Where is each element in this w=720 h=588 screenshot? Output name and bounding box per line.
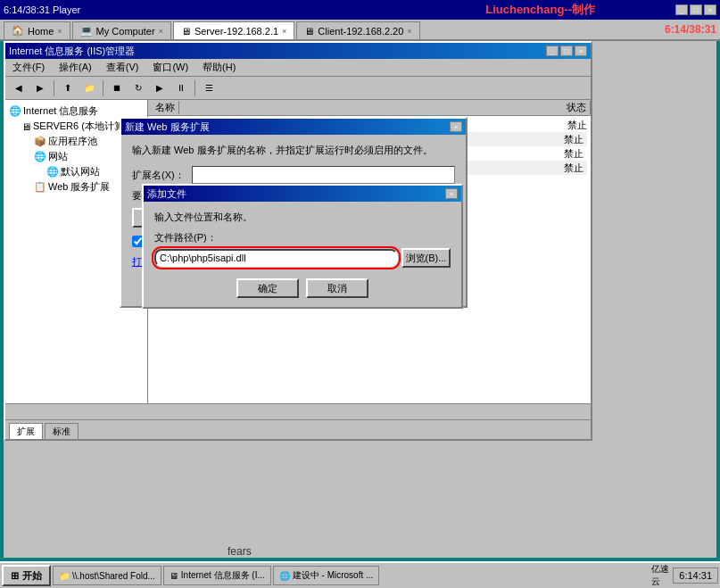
iis-title-text: Internet 信息服务 (IIS)管理器 <box>9 45 135 58</box>
toolbar-refresh-btn[interactable]: ↻ <box>128 79 148 97</box>
dialog-new-web-titlebar: 新建 Web 服务扩展 × <box>121 119 466 135</box>
tree-sites-icon: 🌐 <box>34 151 46 162</box>
time-display: 6:14/38:31 <box>665 23 716 36</box>
toolbar-back-btn[interactable]: ◀ <box>9 79 29 97</box>
tab-extension[interactable]: 扩展 <box>9 423 43 439</box>
player-title-text: 6:14/38:31 Player <box>4 4 80 15</box>
add-file-desc: 输入文件位置和名称。 <box>154 211 451 224</box>
player-titlebar: 6:14/38:31 Player _ □ × <box>0 0 720 20</box>
dialog-new-web-title: 新建 Web 服务扩展 <box>125 120 210 134</box>
iis-restore-btn[interactable]: □ <box>560 46 573 56</box>
toolbar-forward-btn[interactable]: ▶ <box>30 79 50 97</box>
dialog-extname-field: 扩展名(X)： <box>132 166 455 184</box>
player-close-btn[interactable]: × <box>704 4 716 15</box>
iis-title-buttons[interactable]: _ □ × <box>546 46 587 56</box>
taskbar-item-browser[interactable]: 🌐 建设中 - Microsoft ... <box>273 566 380 585</box>
dialog-new-web-close-btn[interactable]: × <box>450 121 462 132</box>
watermark: Liuchenchang--制作 <box>485 2 595 18</box>
tree-webext-icon: 📋 <box>34 181 46 193</box>
client-icon: 🖥 <box>304 26 314 37</box>
main-window: Internet 信息服务 (IIS)管理器 _ □ × 文件(F) 操作(A)… <box>4 41 716 558</box>
start-button[interactable]: ⊞ 开始 <box>2 565 51 586</box>
tab-home-close[interactable]: × <box>57 27 62 36</box>
folder-icon: 📁 <box>59 571 70 581</box>
iis-close-btn[interactable]: × <box>575 46 587 56</box>
toolbar-folder-btn[interactable]: 📁 <box>79 79 99 97</box>
toolbar-pause-btn[interactable]: ⏸ <box>171 79 191 97</box>
toolbar-sep2 <box>103 80 103 96</box>
toolbar-sep1 <box>54 80 54 96</box>
tree-site-icon: 🌐 <box>46 166 59 178</box>
dialog-add-file-title: 添加文件 <box>147 187 186 201</box>
iis-statusbar <box>5 403 591 419</box>
computer-icon: 💻 <box>80 25 93 37</box>
iis-toolbar: ◀ ▶ ⬆ 📁 ⏹ ↻ ▶ ⏸ ☰ <box>5 77 591 100</box>
tab-client[interactable]: 🖥 Client-192.168.2.20 × <box>296 21 419 39</box>
dialog-new-web-desc: 输入新建 Web 服务扩展的名称，并指定扩展运行时必须启用的文件。 <box>132 144 455 157</box>
taskbar: ⊞ 开始 📁 \\.host\Shared Fold... 🖥 Internet… <box>0 561 720 588</box>
server-icon: 🖥 <box>181 26 191 37</box>
add-file-cancel-btn[interactable]: 取消 <box>306 278 368 298</box>
menu-window[interactable]: 窗口(W) <box>149 60 192 75</box>
tab-server-close[interactable]: × <box>282 27 286 36</box>
tab-client-close[interactable]: × <box>407 27 411 36</box>
taskbar-items: 📁 \\.host\Shared Fold... 🖥 Internet 信息服务… <box>53 566 650 585</box>
menu-operation[interactable]: 操作(A) <box>55 60 95 75</box>
tree-apppool-icon: 📦 <box>34 136 46 147</box>
menu-help[interactable]: 帮助(H) <box>199 60 239 75</box>
tree-server-icon: 🖥 <box>21 121 31 132</box>
tab-mycomputer-close[interactable]: × <box>159 27 163 36</box>
toolbar-sep3 <box>194 80 195 96</box>
player-title: 6:14/38:31 Player <box>4 4 80 15</box>
taskbar-item-iis[interactable]: 🖥 Internet 信息服务 (I... <box>163 566 271 585</box>
add-file-ok-btn[interactable]: 确定 <box>236 278 299 298</box>
toolbar-stop-btn[interactable]: ⏹ <box>107 79 127 97</box>
tab-home[interactable]: 🏠 Home × <box>4 21 70 39</box>
iis-icon: 🖥 <box>170 571 178 581</box>
dialog-add-file-close-btn[interactable]: × <box>445 188 458 199</box>
player-maximize-btn[interactable]: □ <box>690 4 702 15</box>
tray-yisuyun: 亿速云 <box>651 567 669 584</box>
add-file-path-input[interactable] <box>154 249 398 267</box>
dialog-add-file-titlebar: 添加文件 × <box>144 186 461 202</box>
player-minimize-btn[interactable]: _ <box>675 4 688 15</box>
fears-text: fears <box>228 545 252 558</box>
tab-bar: 🏠 Home × 💻 My Computer × 🖥 Server-192.16… <box>0 20 720 41</box>
tab-standard[interactable]: 标准 <box>45 423 79 439</box>
browser-icon: 🌐 <box>279 571 290 581</box>
col-status-header: 状态 <box>563 101 591 114</box>
taskbar-item-shared[interactable]: 📁 \\.host\Shared Fold... <box>53 566 161 585</box>
add-file-row: 浏览(B)... <box>154 248 451 268</box>
taskbar-tray: 亿速云 6:14:31 <box>651 567 718 584</box>
taskbar-clock: 6:14:31 <box>673 567 718 584</box>
add-file-buttons: 确定 取消 <box>154 278 451 298</box>
toolbar-up-btn[interactable]: ⬆ <box>58 79 78 97</box>
dialog-add-file: 添加文件 × 输入文件位置和名称。 文件路径(P)： 浏览(B)... 确定 取… <box>142 184 463 309</box>
player-controls[interactable]: _ □ × <box>675 4 716 15</box>
col-name-header: 名称 <box>152 101 179 114</box>
iis-list-header: 名称 状态 <box>148 100 591 116</box>
extname-label: 扩展名(X)： <box>132 169 185 182</box>
add-file-body: 输入文件位置和名称。 文件路径(P)： 浏览(B)... 确定 取消 <box>144 202 461 307</box>
toolbar-play-btn[interactable]: ▶ <box>150 79 170 97</box>
tree-root-icon: 🌐 <box>9 105 21 117</box>
home-icon: 🏠 <box>12 25 24 37</box>
menu-view[interactable]: 查看(V) <box>103 60 143 75</box>
extname-input[interactable] <box>192 166 455 184</box>
iis-minimize-btn[interactable]: _ <box>546 46 559 56</box>
bottom-tab-bar: 扩展 标准 <box>5 419 591 439</box>
windows-logo-icon: ⊞ <box>11 570 19 582</box>
iis-titlebar: Internet 信息服务 (IIS)管理器 _ □ × <box>5 43 591 59</box>
menu-file[interactable]: 文件(F) <box>9 60 48 75</box>
add-file-path-label: 文件路径(P)： <box>154 231 451 244</box>
tab-mycomputer[interactable]: 💻 My Computer × <box>72 21 171 39</box>
add-file-browse-btn[interactable]: 浏览(B)... <box>401 248 451 268</box>
tab-server[interactable]: 🖥 Server-192.168.2.1 × <box>173 21 294 39</box>
iis-menubar: 文件(F) 操作(A) 查看(V) 窗口(W) 帮助(H) <box>5 59 591 77</box>
toolbar-list-btn[interactable]: ☰ <box>199 79 219 97</box>
